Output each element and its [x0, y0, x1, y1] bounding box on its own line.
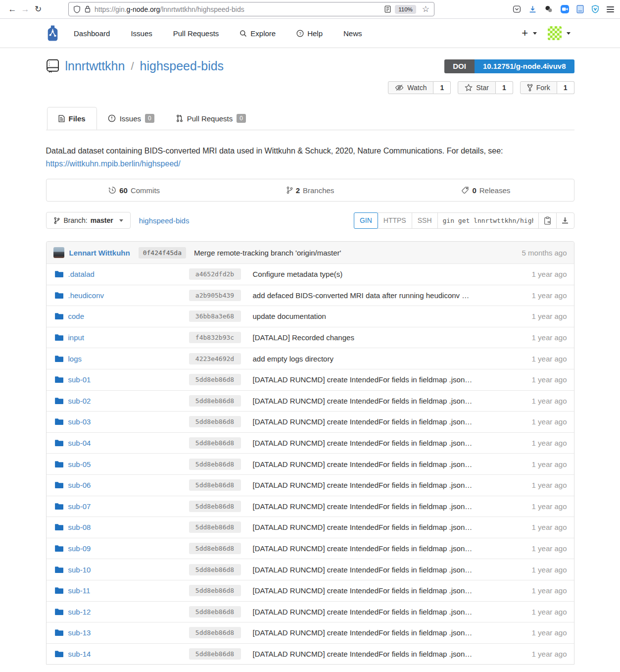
user-avatar[interactable] [548, 26, 562, 40]
row-commit-message-link[interactable]: add defaced BIDS-converted MRI data afte… [253, 291, 470, 300]
star-button[interactable]: Star [458, 81, 496, 94]
row-commit-hash-badge[interactable]: 5dd8eb86d8 [189, 585, 241, 596]
row-commit-hash-badge[interactable]: 5dd8eb86d8 [189, 395, 241, 407]
watch-count[interactable]: 1 [433, 81, 451, 94]
row-commit-message-link[interactable]: [DATALAD RUNCMD] create IntendedFor fiel… [253, 608, 473, 616]
file-link[interactable]: sub-12 [68, 608, 91, 616]
row-commit-message-link[interactable]: [DATALAD RUNCMD] create IntendedFor fiel… [253, 586, 473, 595]
row-commit-message-link[interactable]: [DATALAD RUNCMD] create IntendedFor fiel… [253, 439, 473, 447]
bookmark-star-icon[interactable]: ☆ [422, 4, 429, 14]
row-commit-message-link[interactable]: [DATALAD RUNCMD] create IntendedFor fiel… [253, 566, 473, 574]
row-commit-message-link[interactable]: [DATALAD RUNCMD] create IntendedFor fiel… [253, 460, 473, 468]
row-commit-hash-badge[interactable]: 5dd8eb86d8 [189, 479, 241, 491]
create-new-button[interactable]: + [522, 28, 528, 39]
row-commit-message-link[interactable]: [DATALAD RUNCMD] create IntendedFor fiel… [253, 502, 473, 511]
commit-hash-badge[interactable]: 0f424f45da [139, 247, 186, 258]
releases-stat[interactable]: 0Releases [398, 179, 573, 201]
copy-clipboard-button[interactable] [538, 212, 557, 229]
row-commit-hash-badge[interactable]: 5dd8eb86d8 [189, 459, 241, 470]
row-commit-hash-badge[interactable]: f4b832b93c [189, 332, 241, 343]
file-link[interactable]: sub-09 [68, 544, 91, 553]
watch-button[interactable]: Watch [388, 81, 433, 94]
repo-description-link[interactable]: https://wittkuhn.mpib.berlin/highspeed/ [46, 159, 181, 168]
pocket-icon[interactable] [513, 5, 521, 13]
row-commit-message-link[interactable]: update documentation [253, 312, 326, 320]
file-link[interactable]: sub-04 [68, 439, 91, 447]
row-commit-hash-badge[interactable]: a4652dfd2b [189, 268, 241, 280]
doi-value[interactable]: 10.12751/g-node.4ivuv8 [475, 59, 574, 73]
file-link[interactable]: sub-11 [68, 586, 91, 595]
nav-help[interactable]: ? Help [296, 29, 323, 38]
tab-issues[interactable]: Issues 0 [97, 107, 165, 130]
file-link[interactable]: sub-10 [68, 566, 91, 574]
clone-protocol-gin[interactable]: GIN [354, 212, 378, 229]
file-link[interactable]: code [68, 312, 85, 320]
tab-pull-requests[interactable]: Pull Requests 0 [165, 107, 257, 130]
row-commit-hash-badge[interactable]: a2b905b439 [189, 290, 241, 301]
nav-news[interactable]: News [343, 29, 362, 38]
commit-author-avatar[interactable] [53, 247, 64, 258]
nav-pull-requests[interactable]: Pull Requests [173, 29, 219, 38]
browser-forward-button[interactable]: → [19, 4, 32, 14]
file-link[interactable]: sub-13 [68, 628, 91, 637]
row-commit-hash-badge[interactable]: 5dd8eb86d8 [189, 416, 241, 427]
clone-protocol-ssh[interactable]: SSH [412, 212, 438, 229]
gin-logo[interactable] [45, 25, 61, 42]
commits-stat[interactable]: 60Commits [47, 179, 222, 201]
file-link[interactable]: sub-08 [68, 523, 91, 531]
browser-reload-button[interactable]: ↻ [32, 4, 45, 14]
nav-explore[interactable]: Explore [239, 29, 276, 38]
commit-author-link[interactable]: Lennart Wittkuhn [69, 249, 130, 257]
row-commit-hash-badge[interactable]: 5dd8eb86d8 [189, 606, 241, 618]
zoom-app-icon[interactable] [561, 5, 569, 13]
file-link[interactable]: input [68, 333, 85, 342]
extension-spheres-icon[interactable] [544, 5, 553, 13]
tracking-shield-icon[interactable] [73, 5, 81, 13]
tab-files[interactable]: Files [47, 107, 97, 130]
row-commit-message-link[interactable]: [DATALAD RUNCMD] create IntendedFor fiel… [253, 375, 473, 384]
row-commit-message-link[interactable]: [DATALAD] Recorded changes [253, 333, 354, 342]
row-commit-message-link[interactable]: [DATALAD RUNCMD] create IntendedFor fiel… [253, 481, 473, 489]
user-menu-caret-icon[interactable] [567, 32, 571, 35]
fork-button[interactable]: Fork [520, 81, 557, 94]
row-commit-message-link[interactable]: Configure metadata type(s) [253, 270, 343, 278]
file-link[interactable]: sub-02 [68, 397, 91, 405]
row-commit-message-link[interactable]: [DATALAD RUNCMD] create IntendedFor fiel… [253, 523, 473, 531]
branches-stat[interactable]: 2Branches [222, 179, 398, 201]
downloads-icon[interactable] [528, 5, 537, 13]
zoom-level-badge[interactable]: 110% [395, 5, 416, 14]
menu-hamburger-icon[interactable] [607, 6, 614, 12]
file-link[interactable]: .heudiconv [68, 291, 104, 300]
row-commit-hash-badge[interactable]: 5dd8eb86d8 [189, 627, 241, 638]
download-archive-button[interactable] [556, 212, 574, 229]
row-commit-hash-badge[interactable]: 5dd8eb86d8 [189, 543, 241, 554]
row-commit-hash-badge[interactable]: 5dd8eb86d8 [189, 521, 241, 533]
reader-mode-icon[interactable] [384, 5, 391, 13]
notes-doc-icon[interactable] [576, 5, 584, 13]
file-link[interactable]: sub-01 [68, 375, 91, 384]
lock-icon[interactable] [85, 5, 91, 13]
commit-message-link[interactable]: Merge remote-tracking branch 'origin/mas… [194, 249, 341, 257]
repo-owner-link[interactable]: lnnrtwttkhn [65, 59, 125, 73]
clone-command-input[interactable] [437, 212, 539, 229]
browser-back-button[interactable]: ← [6, 4, 19, 14]
row-commit-message-link[interactable]: [DATALAD RUNCMD] create IntendedFor fiel… [253, 628, 473, 637]
row-commit-hash-badge[interactable]: 5dd8eb86d8 [189, 564, 241, 575]
url-bar[interactable]: https://gin.g-node.org/lnnrtwttkhn/highs… [68, 2, 434, 16]
fork-count[interactable]: 1 [557, 81, 574, 94]
row-commit-message-link[interactable]: [DATALAD RUNCMD] create IntendedFor fiel… [253, 397, 473, 405]
row-commit-message-link[interactable]: [DATALAD RUNCMD] create IntendedFor fiel… [253, 544, 473, 553]
zenmate-shield-icon[interactable] [591, 5, 599, 13]
create-new-caret-icon[interactable] [533, 32, 537, 35]
url-text[interactable]: https://gin.g-node.org/lnnrtwttkhn/highs… [95, 5, 381, 13]
row-commit-message-link[interactable]: [DATALAD RUNCMD] create IntendedFor fiel… [253, 650, 473, 658]
row-commit-hash-badge[interactable]: 5dd8eb86d8 [189, 501, 241, 512]
row-commit-hash-badge[interactable]: 5dd8eb86d8 [189, 374, 241, 385]
doi-badge[interactable]: DOI 10.12751/g-node.4ivuv8 [444, 59, 574, 73]
repo-root-link[interactable]: highspeed-bids [139, 216, 190, 225]
file-link[interactable]: sub-07 [68, 502, 91, 511]
nav-dashboard[interactable]: Dashboard [74, 29, 110, 38]
file-link[interactable]: sub-05 [68, 460, 91, 468]
nav-issues[interactable]: Issues [131, 29, 152, 38]
row-commit-message-link[interactable]: [DATALAD RUNCMD] create IntendedFor fiel… [253, 417, 473, 426]
